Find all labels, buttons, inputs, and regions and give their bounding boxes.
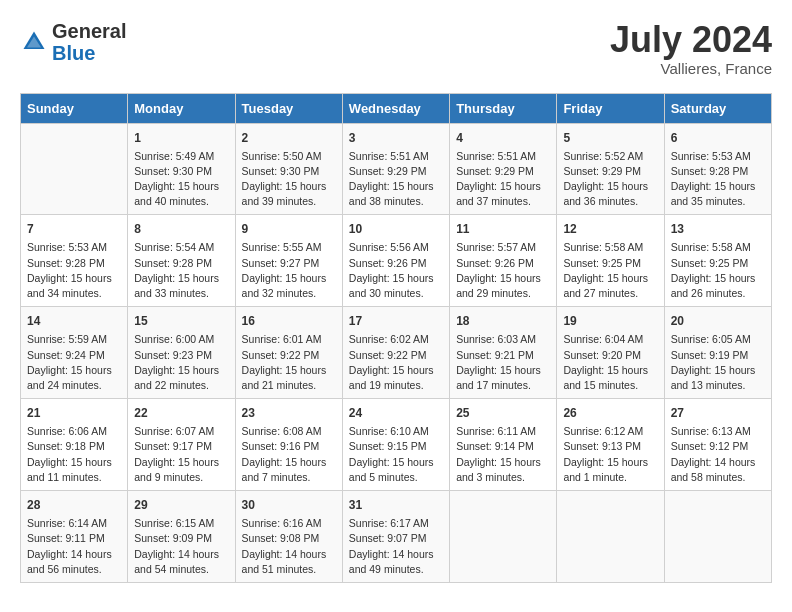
day-info: Sunrise: 6:10 AM Sunset: 9:15 PM Dayligh… bbox=[349, 424, 443, 485]
day-cell: 24Sunrise: 6:10 AM Sunset: 9:15 PM Dayli… bbox=[342, 399, 449, 491]
day-info: Sunrise: 6:12 AM Sunset: 9:13 PM Dayligh… bbox=[563, 424, 657, 485]
day-number: 9 bbox=[242, 220, 336, 238]
title-block: July 2024 Vallieres, France bbox=[610, 20, 772, 77]
day-number: 13 bbox=[671, 220, 765, 238]
day-cell: 21Sunrise: 6:06 AM Sunset: 9:18 PM Dayli… bbox=[21, 399, 128, 491]
week-row-3: 14Sunrise: 5:59 AM Sunset: 9:24 PM Dayli… bbox=[21, 307, 772, 399]
col-sunday: Sunday bbox=[21, 93, 128, 123]
day-info: Sunrise: 6:13 AM Sunset: 9:12 PM Dayligh… bbox=[671, 424, 765, 485]
week-row-4: 21Sunrise: 6:06 AM Sunset: 9:18 PM Dayli… bbox=[21, 399, 772, 491]
day-cell: 3Sunrise: 5:51 AM Sunset: 9:29 PM Daylig… bbox=[342, 123, 449, 215]
day-cell: 10Sunrise: 5:56 AM Sunset: 9:26 PM Dayli… bbox=[342, 215, 449, 307]
day-number: 17 bbox=[349, 312, 443, 330]
logo-general: General bbox=[52, 20, 126, 42]
day-number: 20 bbox=[671, 312, 765, 330]
day-info: Sunrise: 6:06 AM Sunset: 9:18 PM Dayligh… bbox=[27, 424, 121, 485]
header-row: SundayMondayTuesdayWednesdayThursdayFrid… bbox=[21, 93, 772, 123]
day-number: 25 bbox=[456, 404, 550, 422]
week-row-1: 1Sunrise: 5:49 AM Sunset: 9:30 PM Daylig… bbox=[21, 123, 772, 215]
day-cell: 14Sunrise: 5:59 AM Sunset: 9:24 PM Dayli… bbox=[21, 307, 128, 399]
day-info: Sunrise: 6:08 AM Sunset: 9:16 PM Dayligh… bbox=[242, 424, 336, 485]
day-info: Sunrise: 6:11 AM Sunset: 9:14 PM Dayligh… bbox=[456, 424, 550, 485]
day-number: 7 bbox=[27, 220, 121, 238]
day-number: 16 bbox=[242, 312, 336, 330]
page-header: General Blue July 2024 Vallieres, France bbox=[20, 20, 772, 77]
day-number: 24 bbox=[349, 404, 443, 422]
day-cell: 6Sunrise: 5:53 AM Sunset: 9:28 PM Daylig… bbox=[664, 123, 771, 215]
day-number: 22 bbox=[134, 404, 228, 422]
day-cell: 8Sunrise: 5:54 AM Sunset: 9:28 PM Daylig… bbox=[128, 215, 235, 307]
day-cell bbox=[557, 491, 664, 583]
day-number: 30 bbox=[242, 496, 336, 514]
day-number: 8 bbox=[134, 220, 228, 238]
day-cell: 31Sunrise: 6:17 AM Sunset: 9:07 PM Dayli… bbox=[342, 491, 449, 583]
col-wednesday: Wednesday bbox=[342, 93, 449, 123]
day-info: Sunrise: 6:04 AM Sunset: 9:20 PM Dayligh… bbox=[563, 332, 657, 393]
day-info: Sunrise: 5:51 AM Sunset: 9:29 PM Dayligh… bbox=[456, 149, 550, 210]
day-cell: 12Sunrise: 5:58 AM Sunset: 9:25 PM Dayli… bbox=[557, 215, 664, 307]
day-number: 15 bbox=[134, 312, 228, 330]
day-number: 18 bbox=[456, 312, 550, 330]
day-cell: 9Sunrise: 5:55 AM Sunset: 9:27 PM Daylig… bbox=[235, 215, 342, 307]
day-number: 31 bbox=[349, 496, 443, 514]
day-number: 12 bbox=[563, 220, 657, 238]
day-cell: 22Sunrise: 6:07 AM Sunset: 9:17 PM Dayli… bbox=[128, 399, 235, 491]
day-number: 29 bbox=[134, 496, 228, 514]
day-number: 26 bbox=[563, 404, 657, 422]
day-info: Sunrise: 6:07 AM Sunset: 9:17 PM Dayligh… bbox=[134, 424, 228, 485]
day-info: Sunrise: 6:15 AM Sunset: 9:09 PM Dayligh… bbox=[134, 516, 228, 577]
day-info: Sunrise: 5:54 AM Sunset: 9:28 PM Dayligh… bbox=[134, 240, 228, 301]
day-number: 11 bbox=[456, 220, 550, 238]
day-cell: 15Sunrise: 6:00 AM Sunset: 9:23 PM Dayli… bbox=[128, 307, 235, 399]
day-number: 3 bbox=[349, 129, 443, 147]
day-cell: 23Sunrise: 6:08 AM Sunset: 9:16 PM Dayli… bbox=[235, 399, 342, 491]
day-cell: 20Sunrise: 6:05 AM Sunset: 9:19 PM Dayli… bbox=[664, 307, 771, 399]
day-info: Sunrise: 5:50 AM Sunset: 9:30 PM Dayligh… bbox=[242, 149, 336, 210]
day-cell: 1Sunrise: 5:49 AM Sunset: 9:30 PM Daylig… bbox=[128, 123, 235, 215]
col-friday: Friday bbox=[557, 93, 664, 123]
day-number: 10 bbox=[349, 220, 443, 238]
day-number: 23 bbox=[242, 404, 336, 422]
day-info: Sunrise: 6:05 AM Sunset: 9:19 PM Dayligh… bbox=[671, 332, 765, 393]
day-cell: 5Sunrise: 5:52 AM Sunset: 9:29 PM Daylig… bbox=[557, 123, 664, 215]
day-cell: 30Sunrise: 6:16 AM Sunset: 9:08 PM Dayli… bbox=[235, 491, 342, 583]
day-number: 21 bbox=[27, 404, 121, 422]
day-cell: 7Sunrise: 5:53 AM Sunset: 9:28 PM Daylig… bbox=[21, 215, 128, 307]
day-info: Sunrise: 5:53 AM Sunset: 9:28 PM Dayligh… bbox=[27, 240, 121, 301]
day-number: 28 bbox=[27, 496, 121, 514]
day-cell: 28Sunrise: 6:14 AM Sunset: 9:11 PM Dayli… bbox=[21, 491, 128, 583]
day-cell: 29Sunrise: 6:15 AM Sunset: 9:09 PM Dayli… bbox=[128, 491, 235, 583]
day-cell bbox=[21, 123, 128, 215]
day-cell: 2Sunrise: 5:50 AM Sunset: 9:30 PM Daylig… bbox=[235, 123, 342, 215]
month-title: July 2024 bbox=[610, 20, 772, 60]
day-cell: 13Sunrise: 5:58 AM Sunset: 9:25 PM Dayli… bbox=[664, 215, 771, 307]
day-info: Sunrise: 6:00 AM Sunset: 9:23 PM Dayligh… bbox=[134, 332, 228, 393]
day-cell bbox=[664, 491, 771, 583]
logo-blue: Blue bbox=[52, 42, 95, 64]
day-info: Sunrise: 6:17 AM Sunset: 9:07 PM Dayligh… bbox=[349, 516, 443, 577]
day-info: Sunrise: 5:52 AM Sunset: 9:29 PM Dayligh… bbox=[563, 149, 657, 210]
day-cell: 18Sunrise: 6:03 AM Sunset: 9:21 PM Dayli… bbox=[450, 307, 557, 399]
day-number: 4 bbox=[456, 129, 550, 147]
day-number: 1 bbox=[134, 129, 228, 147]
day-info: Sunrise: 6:16 AM Sunset: 9:08 PM Dayligh… bbox=[242, 516, 336, 577]
col-monday: Monday bbox=[128, 93, 235, 123]
day-cell bbox=[450, 491, 557, 583]
day-info: Sunrise: 5:58 AM Sunset: 9:25 PM Dayligh… bbox=[671, 240, 765, 301]
week-row-5: 28Sunrise: 6:14 AM Sunset: 9:11 PM Dayli… bbox=[21, 491, 772, 583]
day-number: 14 bbox=[27, 312, 121, 330]
day-number: 19 bbox=[563, 312, 657, 330]
col-tuesday: Tuesday bbox=[235, 93, 342, 123]
day-cell: 17Sunrise: 6:02 AM Sunset: 9:22 PM Dayli… bbox=[342, 307, 449, 399]
day-info: Sunrise: 6:02 AM Sunset: 9:22 PM Dayligh… bbox=[349, 332, 443, 393]
day-cell: 19Sunrise: 6:04 AM Sunset: 9:20 PM Dayli… bbox=[557, 307, 664, 399]
day-info: Sunrise: 6:03 AM Sunset: 9:21 PM Dayligh… bbox=[456, 332, 550, 393]
day-info: Sunrise: 5:55 AM Sunset: 9:27 PM Dayligh… bbox=[242, 240, 336, 301]
day-number: 5 bbox=[563, 129, 657, 147]
day-number: 2 bbox=[242, 129, 336, 147]
col-thursday: Thursday bbox=[450, 93, 557, 123]
day-cell: 4Sunrise: 5:51 AM Sunset: 9:29 PM Daylig… bbox=[450, 123, 557, 215]
day-cell: 25Sunrise: 6:11 AM Sunset: 9:14 PM Dayli… bbox=[450, 399, 557, 491]
logo-icon bbox=[20, 28, 48, 56]
location-subtitle: Vallieres, France bbox=[610, 60, 772, 77]
